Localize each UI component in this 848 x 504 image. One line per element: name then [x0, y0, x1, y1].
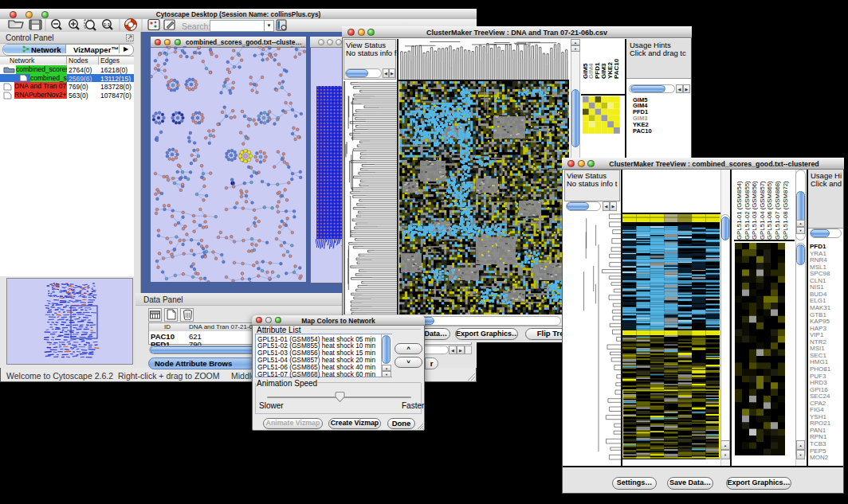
- svg-text:GPL51-04 (GSM857): GPL51-04 (GSM857): [759, 181, 766, 240]
- svg-text:GPL51-06 (GSM865): GPL51-06 (GSM865): [766, 181, 773, 240]
- svg-text:GPL51-03 (GSM856): GPL51-03 (GSM856): [751, 181, 758, 240]
- svg-text:MON2: MON2: [810, 454, 829, 461]
- svg-text:GPL51-02 (GSM855): GPL51-02 (GSM855): [744, 181, 751, 240]
- svg-text:GPL51-07 (GSM868): GPL51-07 (GSM868): [774, 181, 781, 240]
- svg-text:PAC10: PAC10: [613, 58, 620, 79]
- svg-text:GPL51-08 (GSM872): GPL51-08 (GSM872): [782, 181, 789, 240]
- svg-text:GPL51-01 (GSM854): GPL51-01 (GSM854): [736, 181, 743, 240]
- svg-text:1:1: 1:1: [104, 22, 110, 27]
